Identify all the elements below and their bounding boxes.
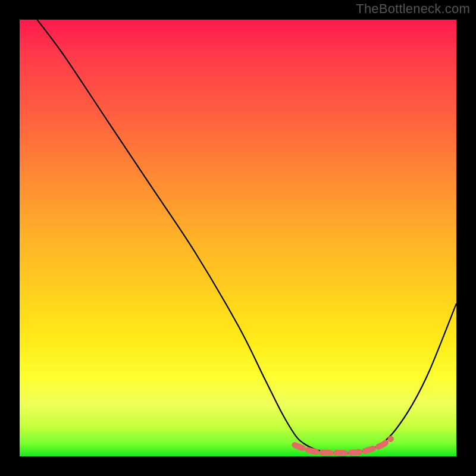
chart-container: TheBottleneck.com: [0, 0, 476, 476]
marker-band: [295, 439, 391, 453]
chart-overlay-svg: [20, 20, 456, 456]
watermark-text: TheBottleneck.com: [356, 1, 470, 17]
bottleneck-curve: [37, 20, 456, 453]
